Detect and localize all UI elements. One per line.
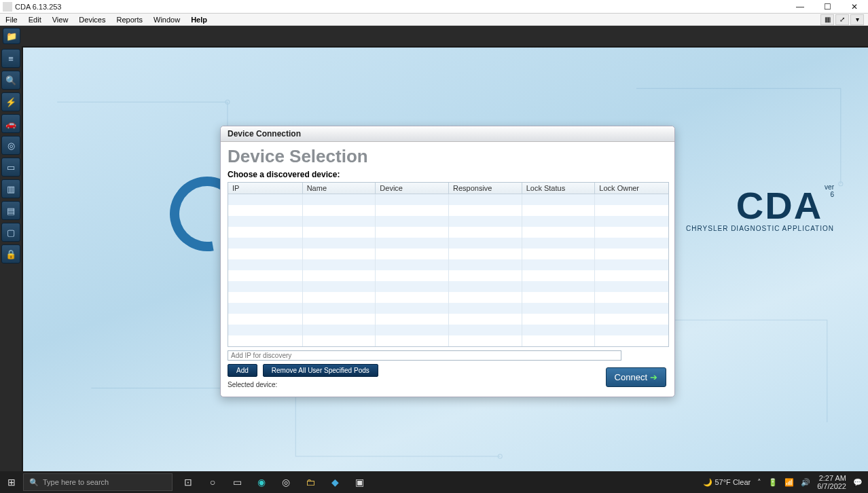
tray-network-icon[interactable]: 📶 [784,478,794,487]
tray-battery-icon[interactable]: 🔋 [768,478,778,487]
sidebar-gauge-icon[interactable]: ▭ [1,158,20,177]
brand-logo: CDAver6 CHRYSLER DIAGNOSTIC APPLICATION [686,183,834,232]
svg-point-0 [225,100,230,104]
maximize-button[interactable]: ☐ [814,2,841,12]
close-button[interactable]: ✕ [841,2,868,12]
sidebar-vehicle-icon[interactable]: 🚗 [1,114,20,133]
menu-window[interactable]: Window [148,16,185,24]
logo-tagline: CHRYSLER DIAGNOSTIC APPLICATION [686,225,834,232]
table-row[interactable] [228,238,668,249]
col-device[interactable]: Device [376,183,449,194]
tray-notifications-icon[interactable]: 💬 [853,478,863,487]
app-icon [3,2,12,12]
table-row[interactable] [228,325,668,335]
table-row[interactable] [228,335,668,346]
weather-widget[interactable]: 🌙 57°F Clear [703,478,751,487]
menu-file[interactable]: File [0,16,23,24]
svg-point-3 [498,454,502,458]
dialog-title: Device Connection [221,126,674,142]
dialog-heading: Device Selection [228,146,668,167]
taskbar: ⊞ 🔍 Type here to search ⊡ ○ ▭ ◉ ◎ 🗀 ◆ ▣ … [0,471,868,493]
menubar: File Edit View Devices Reports Window He… [0,14,868,26]
taskbar-search[interactable]: 🔍 Type here to search [23,473,173,491]
folder-icon[interactable]: 🗀 [302,473,319,491]
grid-icon[interactable]: ▦ [820,14,834,25]
menu-view[interactable]: View [47,16,74,24]
table-row[interactable] [228,205,668,216]
choose-label: Choose a discovered device: [228,170,668,179]
col-lock-owner[interactable]: Lock Owner [595,183,668,194]
logo-version: ver6 [825,183,834,198]
sidebar-search-icon[interactable]: 🔍 [1,71,20,90]
search-icon: 🔍 [29,478,39,487]
titlebar: CDA 6.13.253 — ☐ ✕ [0,0,868,14]
sidebar-screen-icon[interactable]: ▢ [1,223,20,242]
device-connection-dialog: Device Connection Device Selection Choos… [220,126,675,397]
remove-pods-button[interactable]: Remove All User Specified Pods [263,364,378,377]
table-row[interactable] [228,216,668,227]
cda-app-icon[interactable]: ▣ [350,473,368,491]
col-lock-status[interactable]: Lock Status [522,183,596,194]
device-table[interactable]: IP Name Device Responsive Lock Status Lo… [228,182,669,347]
table-row[interactable] [228,303,668,314]
dropdown-icon[interactable]: ▾ [850,14,864,25]
sidebar-menu-icon[interactable]: ≡ [1,49,20,68]
table-row[interactable] [228,281,668,292]
menu-edit[interactable]: Edit [23,16,47,24]
sidebar-flash-icon[interactable]: ⚡ [1,92,20,111]
table-body[interactable] [228,194,668,346]
sidebar-target-icon[interactable]: ◎ [1,136,20,155]
expand-icon[interactable]: ⤢ [835,14,849,25]
menu-devices[interactable]: Devices [73,16,111,24]
folder-icon[interactable]: 📁 [3,28,20,44]
sidebar-lock-icon[interactable]: 🔒 [1,244,20,263]
tray-clock[interactable]: 2:27 AM 6/7/2022 [817,474,846,490]
content-area: CDAver6 CHRYSLER DIAGNOSTIC APPLICATION … [22,46,868,493]
add-button[interactable]: Add [228,364,257,377]
svg-point-2 [839,182,843,186]
table-row[interactable] [228,270,668,281]
table-row[interactable] [228,314,668,325]
sidebar-chart-icon[interactable]: ▤ [1,201,20,220]
col-name[interactable]: Name [303,183,376,194]
table-row[interactable] [228,292,668,303]
toolbar: 📁 [0,26,868,46]
edge-icon[interactable]: ◉ [253,473,270,491]
chrome-icon[interactable]: ◎ [277,473,295,491]
task-view-icon[interactable]: ⊡ [179,473,197,491]
tray-volume-icon[interactable]: 🔊 [801,478,810,487]
col-ip[interactable]: IP [228,183,303,194]
arrow-right-icon: ➔ [650,372,657,382]
logo-text: CDA [736,183,822,227]
menu-help[interactable]: Help [185,16,213,24]
teamviewer-icon[interactable]: ◆ [326,473,344,491]
connect-button[interactable]: Connect ➔ [606,367,666,387]
connect-label: Connect [615,372,647,382]
table-row[interactable] [228,259,668,270]
menu-reports[interactable]: Reports [111,16,148,24]
col-responsive[interactable]: Responsive [449,183,522,194]
start-button[interactable]: ⊞ [0,477,23,488]
search-placeholder: Type here to search [43,478,109,486]
minimize-button[interactable]: — [786,2,814,12]
sidebar-layout-icon[interactable]: ▥ [1,179,20,198]
selected-device-label: Selected device: [228,381,668,388]
table-row[interactable] [228,249,668,259]
table-row[interactable] [228,194,668,205]
tray-chevron-icon[interactable]: ˄ [757,478,761,487]
sidebar: ≡ 🔍 ⚡ 🚗 ◎ ▭ ▥ ▤ ▢ 🔒 [0,46,22,493]
table-row[interactable] [228,227,668,238]
ip-input[interactable] [228,350,621,361]
window-title: CDA 6.13.253 [15,3,62,11]
cortana-icon[interactable]: ○ [204,473,221,491]
explorer-icon[interactable]: ▭ [228,473,246,491]
